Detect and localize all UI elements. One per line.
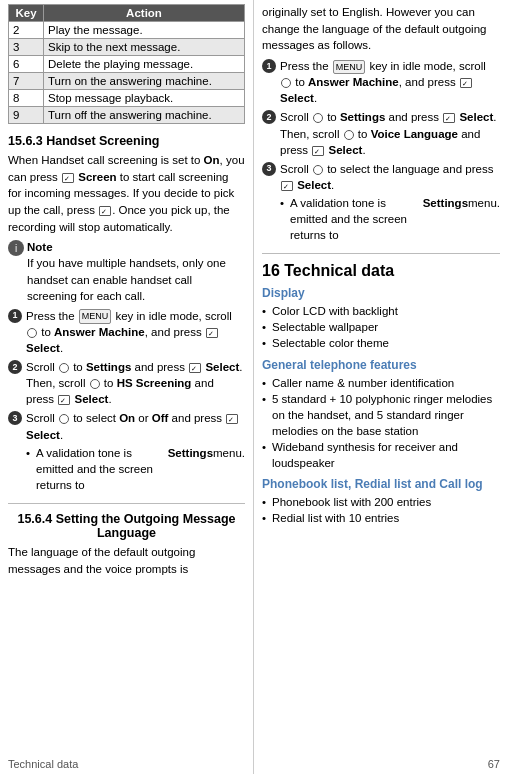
scroll-icon <box>313 113 323 123</box>
list-item: Phonebook list with 200 entries <box>262 494 500 510</box>
table-cell-key: 9 <box>9 107 44 124</box>
validation-bullet: A validation tone is emitted and the scr… <box>26 445 245 493</box>
validation-item: A validation tone is emitted and the scr… <box>26 445 245 493</box>
list-item: Wideband synthesis for receiver and loud… <box>262 439 500 471</box>
scroll-icon <box>90 379 100 389</box>
footer-left: Technical data <box>8 758 78 770</box>
section-16-title: 16 Technical data <box>262 262 500 280</box>
continuation-text: originally set to English. However you c… <box>262 4 500 54</box>
table-cell-action: Stop message playback. <box>44 90 245 107</box>
table-header-key: Key <box>9 5 44 22</box>
table-cell-key: 3 <box>9 39 44 56</box>
table-row: 6Delete the playing message. <box>9 56 245 73</box>
section-15-6-4-title: 15.6.4 Setting the Outgoing Message Lang… <box>8 512 245 540</box>
divider-2 <box>262 253 500 254</box>
validation-bullet-2: A validation tone is emitted and the scr… <box>280 195 500 243</box>
menu-key-icon: MENU <box>79 309 112 324</box>
select-icon <box>443 113 455 123</box>
step-num-2: 2 <box>262 110 276 124</box>
table-row: 2Play the message. <box>9 22 245 39</box>
note-icon: i <box>8 240 24 256</box>
footer-right: 67 <box>488 758 500 770</box>
table-cell-key: 7 <box>9 73 44 90</box>
table-cell-action: Delete the playing message. <box>44 56 245 73</box>
section-15-6-3-body: When Handset call screening is set to On… <box>8 152 245 235</box>
step-content-1: Press the MENU key in idle mode, scroll … <box>280 58 500 106</box>
left-column: Key Action 2Play the message.3Skip to th… <box>0 0 254 774</box>
pickup-icon <box>99 206 111 216</box>
phonebook-list: Phonebook list with 200 entriesRedial li… <box>262 494 500 526</box>
step-content-3: Scroll to select On or Off and press Sel… <box>26 410 245 496</box>
select-icon <box>460 78 472 88</box>
section-15-6-3: 15.6.3 Handset Screening When Handset ca… <box>8 134 245 497</box>
scroll-icon <box>344 130 354 140</box>
step-item: 2 Scroll to Settings and press Select. T… <box>262 109 500 157</box>
select-icon <box>206 328 218 338</box>
step-num-1: 1 <box>8 309 22 323</box>
step-num-2: 2 <box>8 360 22 374</box>
table-row: 7Turn on the answering machine. <box>9 73 245 90</box>
table-row: 8Stop message playback. <box>9 90 245 107</box>
list-item: 5 standard + 10 polyphonic ringer melodi… <box>262 391 500 439</box>
step-num-3: 3 <box>262 162 276 176</box>
scroll-icon <box>281 78 291 88</box>
validation-item-2: A validation tone is emitted and the scr… <box>280 195 500 243</box>
select-icon <box>281 181 293 191</box>
steps-list-1563: 1 Press the MENU key in idle mode, scrol… <box>8 308 245 497</box>
note-text: Note If you have multiple handsets, only… <box>27 239 245 303</box>
table-row: 3Skip to the next message. <box>9 39 245 56</box>
list-item: Selectable color theme <box>262 335 500 351</box>
select-icon <box>312 146 324 156</box>
select-icon <box>189 363 201 373</box>
table-header-action: Action <box>44 5 245 22</box>
table-cell-action: Turn off the answering machine. <box>44 107 245 124</box>
page: Key Action 2Play the message.3Skip to th… <box>0 0 508 774</box>
scroll-icon <box>27 328 37 338</box>
display-list: Color LCD with backlightSelectable wallp… <box>262 303 500 351</box>
scroll-icon <box>313 165 323 175</box>
table-cell-key: 6 <box>9 56 44 73</box>
right-column: originally set to English. However you c… <box>254 0 508 774</box>
note-box: i Note If you have multiple handsets, on… <box>8 239 245 303</box>
menu-key-icon: MENU <box>333 60 366 75</box>
section-15-6-4: 15.6.4 Setting the Outgoing Message Lang… <box>8 512 245 577</box>
section-16: 16 Technical data Display Color LCD with… <box>262 262 500 526</box>
table-cell-key: 8 <box>9 90 44 107</box>
step-item: 2 Scroll to Settings and press Select. T… <box>8 359 245 407</box>
general-list: Caller name & number identification5 sta… <box>262 375 500 472</box>
phonebook-heading: Phonebook list, Redial list and Call log <box>262 477 500 491</box>
select-icon <box>226 414 238 424</box>
step-content-2: Scroll to Settings and press Select. The… <box>26 359 245 407</box>
step-num-1: 1 <box>262 59 276 73</box>
list-item: Redial list with 10 entries <box>262 510 500 526</box>
step-num-3: 3 <box>8 411 22 425</box>
screen-button-icon <box>62 173 74 183</box>
step-content-1: Press the MENU key in idle mode, scroll … <box>26 308 245 356</box>
section-15-6-3-title: 15.6.3 Handset Screening <box>8 134 245 148</box>
scroll-icon <box>59 363 69 373</box>
general-heading: General telephone features <box>262 358 500 372</box>
table-row: 9Turn off the answering machine. <box>9 107 245 124</box>
display-heading: Display <box>262 286 500 300</box>
table-cell-action: Play the message. <box>44 22 245 39</box>
list-item: Caller name & number identification <box>262 375 500 391</box>
step-item: 3 Scroll to select On or Off and press S… <box>8 410 245 496</box>
steps-list-1564: 1 Press the MENU key in idle mode, scrol… <box>262 58 500 247</box>
list-item: Selectable wallpaper <box>262 319 500 335</box>
key-action-table: Key Action 2Play the message.3Skip to th… <box>8 4 245 124</box>
divider-1 <box>8 503 245 504</box>
step-item: 3 Scroll to select the language and pres… <box>262 161 500 247</box>
step-item: 1 Press the MENU key in idle mode, scrol… <box>8 308 245 356</box>
select-icon <box>58 395 70 405</box>
list-item: Color LCD with backlight <box>262 303 500 319</box>
step-item: 1 Press the MENU key in idle mode, scrol… <box>262 58 500 106</box>
table-cell-action: Turn on the answering machine. <box>44 73 245 90</box>
section-15-6-4-body: The language of the default outgoing mes… <box>8 544 245 577</box>
scroll-icon <box>59 414 69 424</box>
table-cell-key: 2 <box>9 22 44 39</box>
table-cell-action: Skip to the next message. <box>44 39 245 56</box>
step-content-2: Scroll to Settings and press Select. The… <box>280 109 500 157</box>
footer: Technical data 67 <box>0 758 508 770</box>
step-content-3: Scroll to select the language and press … <box>280 161 500 247</box>
